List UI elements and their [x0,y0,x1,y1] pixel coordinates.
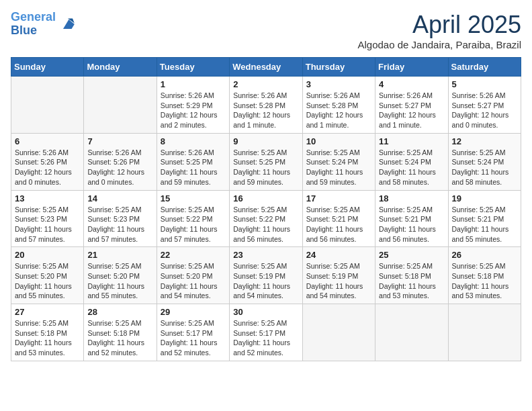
day-info: Sunrise: 5:25 AMSunset: 5:17 PMDaylight:… [233,318,298,358]
calendar-cell: 25Sunrise: 5:25 AMSunset: 5:18 PMDayligh… [375,247,448,304]
calendar-cell: 7Sunrise: 5:26 AMSunset: 5:26 PMDaylight… [84,133,157,190]
calendar-cell: 2Sunrise: 5:26 AMSunset: 5:28 PMDaylight… [230,77,302,134]
day-info: Sunrise: 5:26 AMSunset: 5:26 PMDaylight:… [87,148,152,187]
calendar-cell: 4Sunrise: 5:26 AMSunset: 5:27 PMDaylight… [375,77,448,134]
calendar-cell: 10Sunrise: 5:25 AMSunset: 5:24 PMDayligh… [302,133,375,190]
day-number: 4 [379,79,444,89]
day-info: Sunrise: 5:25 AMSunset: 5:21 PMDaylight:… [379,205,444,244]
week-row-4: 20Sunrise: 5:25 AMSunset: 5:20 PMDayligh… [11,247,521,304]
week-row-2: 6Sunrise: 5:26 AMSunset: 5:26 PMDaylight… [11,133,521,190]
day-number: 19 [452,193,517,203]
day-info: Sunrise: 5:25 AMSunset: 5:24 PMDaylight:… [452,148,517,187]
calendar-cell: 21Sunrise: 5:25 AMSunset: 5:20 PMDayligh… [84,247,157,304]
calendar-cell: 28Sunrise: 5:25 AMSunset: 5:18 PMDayligh… [84,304,157,361]
week-row-5: 27Sunrise: 5:25 AMSunset: 5:18 PMDayligh… [11,304,521,361]
day-number: 7 [87,136,152,146]
day-number: 13 [15,193,80,203]
day-info: Sunrise: 5:25 AMSunset: 5:18 PMDaylight:… [452,261,517,301]
calendar-cell: 26Sunrise: 5:25 AMSunset: 5:18 PMDayligh… [448,247,521,304]
calendar-cell [448,304,521,361]
weekday-monday: Monday [84,58,157,77]
page-header: GeneralBlue April 2025 Algodao de Jandai… [11,11,521,50]
calendar-cell: 6Sunrise: 5:26 AMSunset: 5:26 PMDaylight… [11,133,84,190]
calendar-cell: 8Sunrise: 5:26 AMSunset: 5:25 PMDaylight… [157,133,229,190]
day-number: 20 [15,250,80,260]
day-number: 23 [233,250,298,260]
day-info: Sunrise: 5:26 AMSunset: 5:28 PMDaylight:… [306,91,371,130]
day-number: 22 [161,250,226,260]
day-info: Sunrise: 5:25 AMSunset: 5:21 PMDaylight:… [306,205,371,244]
day-info: Sunrise: 5:25 AMSunset: 5:18 PMDaylight:… [15,318,80,358]
month-title: April 2025 [358,11,522,39]
day-number: 6 [15,136,80,146]
day-number: 11 [379,136,444,146]
calendar-cell: 16Sunrise: 5:25 AMSunset: 5:22 PMDayligh… [230,190,302,247]
weekday-saturday: Saturday [448,58,521,77]
calendar-cell: 12Sunrise: 5:25 AMSunset: 5:24 PMDayligh… [448,133,521,190]
weekday-thursday: Thursday [302,58,375,77]
day-number: 25 [379,250,444,260]
day-number: 15 [161,193,226,203]
location-subtitle: Algodao de Jandaira, Paraiba, Brazil [358,39,522,50]
day-info: Sunrise: 5:26 AMSunset: 5:26 PMDaylight:… [15,148,80,187]
day-number: 26 [452,250,517,260]
logo-icon [58,15,77,34]
day-info: Sunrise: 5:26 AMSunset: 5:27 PMDaylight:… [452,91,517,130]
calendar-cell [84,77,157,134]
day-info: Sunrise: 5:25 AMSunset: 5:20 PMDaylight:… [15,261,80,301]
calendar-cell: 24Sunrise: 5:25 AMSunset: 5:19 PMDayligh… [302,247,375,304]
calendar-cell: 11Sunrise: 5:25 AMSunset: 5:24 PMDayligh… [375,133,448,190]
day-info: Sunrise: 5:25 AMSunset: 5:18 PMDaylight:… [87,318,152,358]
day-info: Sunrise: 5:25 AMSunset: 5:19 PMDaylight:… [306,261,371,301]
day-info: Sunrise: 5:25 AMSunset: 5:21 PMDaylight:… [452,205,517,244]
logo-text: GeneralBlue [11,11,56,38]
day-info: Sunrise: 5:25 AMSunset: 5:24 PMDaylight:… [306,148,371,187]
day-number: 8 [161,136,226,146]
calendar-cell: 29Sunrise: 5:25 AMSunset: 5:17 PMDayligh… [157,304,229,361]
day-info: Sunrise: 5:25 AMSunset: 5:23 PMDaylight:… [87,205,152,244]
day-number: 30 [233,307,298,317]
day-number: 29 [161,307,226,317]
day-number: 16 [233,193,298,203]
calendar-cell: 19Sunrise: 5:25 AMSunset: 5:21 PMDayligh… [448,190,521,247]
day-number: 9 [233,136,298,146]
day-number: 1 [161,79,226,89]
day-number: 5 [452,79,517,89]
calendar-cell [302,304,375,361]
calendar-cell: 5Sunrise: 5:26 AMSunset: 5:27 PMDaylight… [448,77,521,134]
day-info: Sunrise: 5:25 AMSunset: 5:22 PMDaylight:… [161,205,226,244]
day-number: 18 [379,193,444,203]
calendar-cell: 20Sunrise: 5:25 AMSunset: 5:20 PMDayligh… [11,247,84,304]
week-row-1: 1Sunrise: 5:26 AMSunset: 5:29 PMDaylight… [11,77,521,134]
day-number: 2 [233,79,298,89]
day-info: Sunrise: 5:26 AMSunset: 5:27 PMDaylight:… [379,91,444,130]
day-number: 21 [87,250,152,260]
day-info: Sunrise: 5:25 AMSunset: 5:23 PMDaylight:… [15,205,80,244]
calendar-cell: 3Sunrise: 5:26 AMSunset: 5:28 PMDaylight… [302,77,375,134]
calendar-cell: 1Sunrise: 5:26 AMSunset: 5:29 PMDaylight… [157,77,229,134]
calendar-cell: 23Sunrise: 5:25 AMSunset: 5:19 PMDayligh… [230,247,302,304]
calendar-cell: 27Sunrise: 5:25 AMSunset: 5:18 PMDayligh… [11,304,84,361]
day-info: Sunrise: 5:26 AMSunset: 5:29 PMDaylight:… [161,91,226,130]
calendar-cell: 14Sunrise: 5:25 AMSunset: 5:23 PMDayligh… [84,190,157,247]
weekday-friday: Friday [375,58,448,77]
weekday-sunday: Sunday [11,58,84,77]
weekday-wednesday: Wednesday [230,58,302,77]
weekday-tuesday: Tuesday [157,58,229,77]
day-info: Sunrise: 5:25 AMSunset: 5:22 PMDaylight:… [233,205,298,244]
day-number: 12 [452,136,517,146]
calendar-cell: 22Sunrise: 5:25 AMSunset: 5:20 PMDayligh… [157,247,229,304]
calendar-cell [11,77,84,134]
day-info: Sunrise: 5:25 AMSunset: 5:17 PMDaylight:… [161,318,226,358]
calendar-cell: 18Sunrise: 5:25 AMSunset: 5:21 PMDayligh… [375,190,448,247]
calendar-cell: 9Sunrise: 5:25 AMSunset: 5:25 PMDaylight… [230,133,302,190]
day-number: 27 [15,307,80,317]
day-info: Sunrise: 5:25 AMSunset: 5:25 PMDaylight:… [233,148,298,187]
day-info: Sunrise: 5:25 AMSunset: 5:19 PMDaylight:… [233,261,298,301]
calendar-cell: 30Sunrise: 5:25 AMSunset: 5:17 PMDayligh… [230,304,302,361]
title-block: April 2025 Algodao de Jandaira, Paraiba,… [358,11,522,50]
day-info: Sunrise: 5:25 AMSunset: 5:20 PMDaylight:… [87,261,152,301]
week-row-3: 13Sunrise: 5:25 AMSunset: 5:23 PMDayligh… [11,190,521,247]
day-info: Sunrise: 5:25 AMSunset: 5:20 PMDaylight:… [161,261,226,301]
calendar-cell: 13Sunrise: 5:25 AMSunset: 5:23 PMDayligh… [11,190,84,247]
